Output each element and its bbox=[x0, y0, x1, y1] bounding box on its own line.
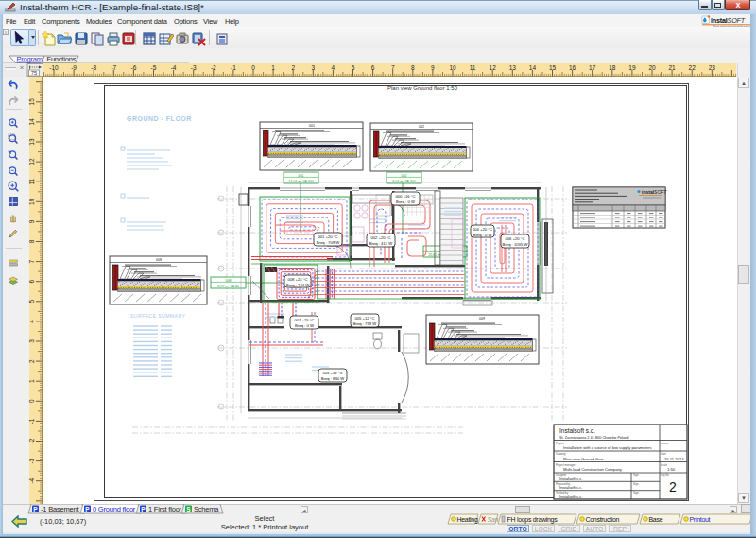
svg-text:Breq : 759 W: Breq : 759 W bbox=[353, 321, 376, 326]
svg-text:-10: -10 bbox=[49, 64, 59, 71]
svg-text:Breq : 0 W: Breq : 0 W bbox=[396, 200, 415, 204]
svg-text:1 First floor: 1 First floor bbox=[148, 505, 182, 513]
svg-text:Installation with a source of: Installation with a source of low supply… bbox=[563, 445, 652, 450]
svg-text:4: 4 bbox=[28, 320, 35, 323]
svg-text:002: 002 bbox=[419, 125, 424, 129]
svg-text:12: 12 bbox=[28, 158, 35, 165]
svg-text:Breq : 709 W: Breq : 709 W bbox=[317, 240, 339, 245]
svg-text:St. Zacnociaania 2 41-800 Chor: St. Zacnociaania 2 41-800 Chorzów Poland bbox=[559, 436, 628, 440]
svg-text:P: P bbox=[141, 506, 146, 512]
svg-text:1:50: 1:50 bbox=[667, 467, 676, 472]
svg-text:Project:: Project: bbox=[556, 442, 565, 445]
svg-text:Multi-loud Construction Compan: Multi-loud Construction Company bbox=[563, 467, 623, 472]
svg-text:2,97 m² VA 80: 2,97 m² VA 80 bbox=[217, 285, 239, 288]
svg-text:15: 15 bbox=[28, 98, 35, 106]
svg-text:Drawing:: Drawing: bbox=[556, 452, 566, 456]
svg-text:-5: -5 bbox=[151, 64, 157, 71]
svg-text:008: 008 bbox=[226, 279, 232, 283]
svg-text:3: 3 bbox=[311, 64, 315, 71]
svg-text:0 Ground floor: 0 Ground floor bbox=[93, 505, 136, 513]
svg-text:009: 009 bbox=[479, 317, 485, 321]
svg-text:008: 008 bbox=[156, 258, 162, 262]
svg-text:Breq : 1035 W: Breq : 1035 W bbox=[503, 242, 528, 247]
svg-text:P: P bbox=[85, 506, 90, 512]
svg-text:12: 12 bbox=[490, 64, 497, 71]
svg-text:14: 14 bbox=[529, 64, 537, 71]
svg-text:23: 23 bbox=[709, 64, 716, 71]
svg-text:18: 18 bbox=[609, 64, 616, 71]
svg-text:-3: -3 bbox=[191, 64, 197, 71]
svg-text:002: 002 bbox=[402, 174, 407, 178]
svg-text:1: 1 bbox=[28, 379, 35, 383]
svg-text:9: 9 bbox=[28, 219, 35, 223]
svg-text:-8: -8 bbox=[91, 64, 96, 71]
svg-text:7: 7 bbox=[391, 64, 395, 71]
svg-text:Instalsoft s.c.: Instalsoft s.c. bbox=[559, 477, 582, 481]
svg-text:8: 8 bbox=[28, 239, 35, 243]
svg-text:10: 10 bbox=[28, 198, 35, 205]
svg-text:Plan view Ground floor 1:50: Plan view Ground floor 1:50 bbox=[387, 85, 458, 91]
svg-text:0: 0 bbox=[251, 64, 255, 71]
svg-text:4: 4 bbox=[332, 64, 335, 71]
svg-text:7: 7 bbox=[28, 259, 35, 263]
svg-text:1: 1 bbox=[271, 64, 275, 71]
svg-text:17: 17 bbox=[589, 64, 596, 71]
svg-text:005 +12 °C: 005 +12 °C bbox=[354, 316, 374, 321]
svg-text:GROUND - FLOOR: GROUND - FLOOR bbox=[127, 115, 192, 122]
svg-text:-3: -3 bbox=[28, 458, 35, 463]
svg-text:-1: -1 bbox=[231, 64, 236, 71]
svg-text:10: 10 bbox=[449, 64, 456, 71]
svg-text:22: 22 bbox=[689, 64, 696, 71]
svg-text:-7: -7 bbox=[111, 64, 116, 71]
svg-text:001: 001 bbox=[309, 124, 315, 128]
svg-text:Heating: Heating bbox=[457, 516, 478, 524]
svg-text:0: 0 bbox=[28, 399, 35, 403]
svg-text:-4: -4 bbox=[171, 64, 177, 71]
svg-text:8: 8 bbox=[411, 64, 415, 71]
svg-text:-2: -2 bbox=[28, 438, 35, 443]
svg-text:Licens.: Licens. bbox=[661, 442, 669, 445]
svg-text:Sign.: Sign. bbox=[633, 482, 640, 486]
svg-text:13: 13 bbox=[28, 138, 35, 146]
svg-text:11: 11 bbox=[470, 64, 476, 71]
svg-text:006 +20 °C: 006 +20 °C bbox=[505, 236, 524, 241]
svg-text:5: 5 bbox=[352, 64, 355, 71]
svg-text:Project manager: Project manager bbox=[556, 463, 576, 467]
svg-text:FH loops drawings: FH loops drawings bbox=[507, 516, 558, 524]
svg-text:6: 6 bbox=[371, 64, 375, 71]
svg-text:15.11.2014: 15.11.2014 bbox=[664, 457, 684, 461]
svg-text:Breq : 417 W: Breq : 417 W bbox=[369, 241, 392, 246]
svg-text:2: 2 bbox=[291, 64, 295, 71]
svg-text:6: 6 bbox=[28, 280, 35, 284]
svg-text:9: 9 bbox=[431, 64, 435, 71]
svg-text:13: 13 bbox=[509, 64, 517, 71]
svg-text:19: 19 bbox=[628, 64, 636, 71]
svg-text:Plan view Ground floor: Plan view Ground floor bbox=[563, 457, 604, 461]
svg-text:Sign.: Sign. bbox=[633, 473, 640, 477]
svg-text:Breq : 830 W: Breq : 830 W bbox=[321, 376, 344, 381]
svg-text:Construction: Construction bbox=[586, 516, 620, 523]
svg-text:Drg No: Drg No bbox=[661, 473, 669, 477]
svg-text:Instalsoft s.c.: Instalsoft s.c. bbox=[559, 485, 582, 490]
svg-text:003 +12 °C: 003 +12 °C bbox=[322, 371, 342, 375]
svg-text:-1: -1 bbox=[28, 418, 35, 424]
svg-text:11: 11 bbox=[28, 178, 35, 184]
svg-text:15: 15 bbox=[549, 64, 557, 71]
svg-text:P: P bbox=[33, 506, 38, 512]
svg-text:002 +20 °C: 002 +20 °C bbox=[370, 235, 390, 240]
svg-text:3: 3 bbox=[28, 339, 35, 343]
svg-text:Printout: Printout bbox=[690, 516, 711, 523]
svg-text:Date: Date bbox=[661, 452, 666, 456]
svg-text:Base: Base bbox=[649, 516, 663, 523]
svg-text:Instalsoft s.c.: Instalsoft s.c. bbox=[559, 427, 595, 434]
svg-text:5: 5 bbox=[28, 300, 35, 304]
svg-text:Schema: Schema bbox=[194, 505, 219, 513]
svg-text:Breq : 244 W: Breq : 244 W bbox=[286, 283, 309, 287]
svg-text:2: 2 bbox=[669, 479, 677, 495]
svg-text:20: 20 bbox=[648, 64, 656, 71]
svg-text:Instalsoft s.c.: Instalsoft s.c. bbox=[559, 495, 582, 499]
svg-text:Breq : 0 W: Breq : 0 W bbox=[295, 323, 314, 328]
svg-text:Scale: Scale bbox=[661, 463, 667, 467]
svg-text:-6: -6 bbox=[131, 64, 137, 71]
svg-text:Breq : 0 W: Breq : 0 W bbox=[473, 233, 492, 237]
